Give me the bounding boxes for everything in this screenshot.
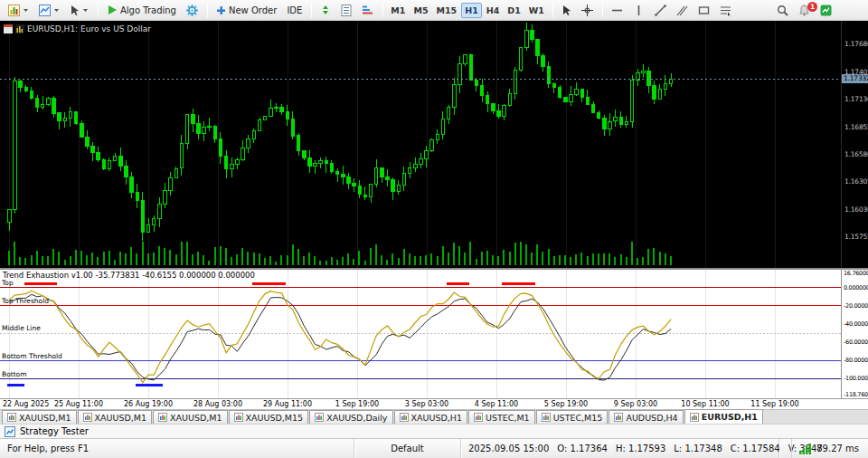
chart-tab-3-xauusd-m15[interactable]: XAUUSD,M15 xyxy=(229,410,309,424)
settings-gear-button[interactable] xyxy=(182,2,203,19)
status-latency[interactable]: 89.27 ms xyxy=(791,439,868,458)
chart-tab-6-ustec-m1[interactable]: USTEC,M1 xyxy=(468,410,535,424)
new-chart-button[interactable] xyxy=(4,2,33,19)
crosshair-tool-button[interactable] xyxy=(577,2,598,19)
time-axis-label: 25 Aug 11:00 xyxy=(54,400,103,408)
chart-tab-7-ustec-m15[interactable]: USTEC,M15 xyxy=(536,410,609,424)
data-window-button[interactable] xyxy=(336,2,356,19)
profiles-button[interactable] xyxy=(34,2,64,19)
chart-tab-0-xauusd-m1[interactable]: XAUUSD,M1 xyxy=(2,410,77,424)
tab-chart-icon xyxy=(315,413,324,422)
community-button[interactable] xyxy=(816,2,836,19)
objects-list-button[interactable] xyxy=(715,2,736,19)
notifications-button[interactable]: 1 xyxy=(794,2,815,19)
channel-tool-button[interactable] xyxy=(672,2,693,19)
timeframe-h1-button[interactable]: H1 xyxy=(461,3,482,18)
price-scale-label: 1.16580 xyxy=(844,150,868,158)
vertical-line-icon xyxy=(633,5,645,16)
market-depth-button[interactable] xyxy=(357,2,378,19)
timeframe-m15-button[interactable]: M15 xyxy=(433,3,461,18)
objects-list-icon xyxy=(720,5,731,16)
tab-label: XAUUSD,M1 xyxy=(95,413,147,423)
indicator-title: Trend Exhaustion v1.00 -35.773831 -40.61… xyxy=(3,271,255,280)
new-order-label: New Order xyxy=(229,5,277,15)
tab-label: XAUUSD,M1 xyxy=(19,413,71,423)
horizontal-line-tool-button[interactable] xyxy=(607,2,627,19)
indicator-scale-label: 16.760000 xyxy=(844,270,868,277)
tab-chart-icon xyxy=(542,413,551,422)
status-spacer xyxy=(779,439,791,458)
ide-button[interactable]: IDE xyxy=(282,2,307,19)
indicator-scale-label: -118.760000 xyxy=(844,391,868,398)
indicator-scale-label: -40.000000 xyxy=(844,320,868,328)
status-help-text: For Help, press F1 xyxy=(0,439,354,458)
algo-trading-button[interactable]: Algo Trading xyxy=(102,2,181,19)
time-axis-label: 4 Sep 11:00 xyxy=(475,400,518,408)
time-axis-label: 3 Sep 03:00 xyxy=(405,400,448,408)
tab-label: AUDUSD,H4 xyxy=(626,413,677,423)
tab-label: XAUUSD,M15 xyxy=(246,413,304,423)
time-axis-label: 5 Sep 19:00 xyxy=(544,400,588,408)
toolbar-right-group: 1 xyxy=(772,2,837,19)
new-order-button[interactable]: New Order xyxy=(212,2,281,19)
gear-icon xyxy=(186,5,198,16)
time-axis[interactable]: 22 Aug 202525 Aug 11:0026 Aug 19:0028 Au… xyxy=(0,398,868,409)
timeframe-w1-button[interactable]: W1 xyxy=(525,3,548,18)
cursor-icon xyxy=(561,5,571,16)
data-window-icon xyxy=(341,5,352,16)
refresh-charts-button[interactable] xyxy=(316,2,335,19)
tab-chart-icon xyxy=(690,413,699,422)
tab-label: XAUUSD,M1 xyxy=(170,413,222,423)
mini-chart-icon xyxy=(15,24,24,33)
time-axis-label: 10 Sep 11:00 xyxy=(681,400,729,408)
timeframe-m1-button[interactable]: M1 xyxy=(387,3,409,18)
toolbar-separator xyxy=(207,4,208,17)
strategy-tester-bar[interactable]: Strategy Tester xyxy=(0,424,868,438)
chart-tab-8-audusd-h4[interactable]: AUDUSD,H4 xyxy=(609,410,683,424)
search-button[interactable] xyxy=(772,2,793,19)
vertical-line-tool-button[interactable] xyxy=(628,2,649,19)
candlestick-chart[interactable] xyxy=(0,21,841,268)
plus-icon xyxy=(216,5,226,15)
time-axis-label: 1 Sep 19:00 xyxy=(335,400,379,408)
trendline-icon xyxy=(655,5,666,16)
tab-chart-icon xyxy=(7,413,16,422)
indicator-scale-label: -20.000000 xyxy=(844,302,868,310)
quote-close: C: 1.17584 xyxy=(731,444,780,453)
tab-label: XAUUSD,H1 xyxy=(411,413,462,423)
latency-label: 89.27 ms xyxy=(816,444,859,453)
cursor-select-icon xyxy=(70,5,80,16)
notification-badge: 1 xyxy=(807,2,817,12)
status-profile[interactable]: Default xyxy=(354,439,461,458)
tab-chart-icon xyxy=(158,413,167,422)
trendline-tool-button[interactable] xyxy=(650,2,671,19)
indicator-chart[interactable] xyxy=(0,270,841,398)
price-scale[interactable]: 1.176801.174051.171301.168551.165801.163… xyxy=(841,21,868,268)
main-toolbar: Algo Trading New Order IDE M1M5M15H1H4D1… xyxy=(0,0,868,21)
chart-tab-2-xauusd-m1[interactable]: XAUUSD,M1 xyxy=(153,410,228,424)
chart-tab-1-xauusd-m1[interactable]: XAUUSD,M1 xyxy=(78,410,153,424)
timeframe-d1-button[interactable]: D1 xyxy=(504,3,524,18)
cursor-tool-button[interactable] xyxy=(557,2,576,19)
chart-tab-4-xauusd-daily[interactable]: XAUUSD,Daily xyxy=(309,410,392,424)
toolbar-separator xyxy=(382,4,383,17)
channel-icon xyxy=(676,5,688,16)
horizontal-line-icon xyxy=(611,5,623,16)
status-quote: 2025.09.05 15:00O: 1.17364H: 1.17593L: 1… xyxy=(461,439,779,458)
chevron-down-icon xyxy=(23,8,29,13)
indicator-level-label: Top xyxy=(2,279,14,287)
play-icon xyxy=(107,5,118,15)
tab-label: USTEC,M1 xyxy=(486,413,530,423)
timeframe-group: M1M5M15H1H4D1W1 xyxy=(387,3,549,18)
timeframe-h4-button[interactable]: H4 xyxy=(483,3,504,18)
chart-tab-5-xauusd-h1[interactable]: XAUUSD,H1 xyxy=(394,410,467,424)
strategy-tester-label: Strategy Tester xyxy=(20,426,89,436)
timeframe-m5-button[interactable]: M5 xyxy=(410,3,431,18)
indicator-level-label: Bottom Threshold xyxy=(2,352,62,360)
indicator-scale[interactable]: 16.7600000.000000-20.000000-40.000000-60… xyxy=(841,270,868,398)
community-chart-icon xyxy=(820,5,832,16)
price-scale-label: 1.17130 xyxy=(844,95,868,103)
chart-tab-9-eurusd-h1[interactable]: EURUSD,H1 xyxy=(684,409,763,424)
window-layout-button[interactable] xyxy=(65,2,93,19)
shapes-tool-button[interactable] xyxy=(693,2,714,19)
